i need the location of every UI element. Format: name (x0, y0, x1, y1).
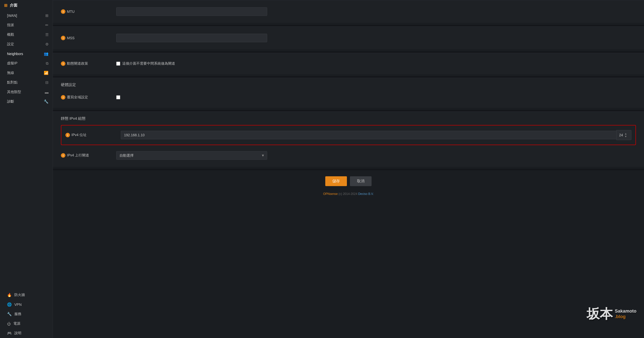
ipv4-address-info-icon[interactable]: i (65, 133, 70, 137)
dynamic-gateway-label: i 動態閘道政策 (61, 61, 116, 66)
ptp-icon: ⊟ (45, 80, 49, 85)
cancel-button[interactable]: 取消 (350, 176, 372, 186)
sidebar-item-diagnostics[interactable]: 診斷 🔧 (0, 97, 53, 106)
sidebar-item-power[interactable]: ⏻ 電源 (0, 319, 53, 328)
sidebar-item-firewall[interactable]: 🔥 防火牆 (0, 290, 53, 300)
static-ipv4-section: 靜態 IPv4 組態 i IPv4 位址 24 ▲▼ (53, 111, 644, 167)
ptp-label: 點對點 (7, 80, 18, 85)
mtu-label: i MTU (61, 9, 116, 14)
hardware-settings-title: 硬體設定 (61, 82, 636, 87)
dynamic-gateway-checkbox-label: 這個介面不需要中間系統做為閘道 (122, 61, 175, 66)
other-types-label: 其他類型 (7, 90, 21, 94)
ipv4-input-group: 24 ▲▼ (121, 130, 631, 140)
copy-icon: ⧉ (46, 61, 49, 66)
help-label: 說明 (12, 331, 49, 335)
override-label: i 覆寫全域設定 (61, 95, 116, 100)
mss-label: i MSS (61, 36, 116, 40)
dynamic-gateway-info-icon[interactable]: i (61, 61, 65, 66)
mtu-info-icon[interactable]: i (61, 9, 65, 14)
save-button[interactable]: 儲存 (325, 176, 347, 186)
power-icon: ⏻ (7, 322, 11, 326)
dynamic-gateway-section: i 動態閘道政策 這個介面不需要中間系統做為閘道 (53, 53, 644, 74)
neighbors-label: Neighbors (7, 52, 23, 56)
override-info-icon[interactable]: i (61, 95, 65, 100)
ipv4-address-input[interactable] (121, 131, 616, 139)
footer: OPNsense (c) 2014-2024 Deciso B.V. (53, 189, 644, 196)
hardware-settings-section: 硬體設定 i 覆寫全域設定 (53, 78, 644, 108)
override-row: i 覆寫全域設定 (61, 91, 636, 103)
mss-input[interactable] (116, 34, 267, 42)
sidebar-item-other-types[interactable]: 其他類型 ▬ (0, 87, 53, 97)
mtu-row: i MTU (61, 5, 636, 18)
diagnostics-label: 診斷 (7, 99, 14, 104)
neighbors-icon: 👥 (44, 52, 49, 56)
mss-section: i MSS (53, 26, 644, 49)
sidebar-item-settings[interactable]: 設定 ⚙ (0, 39, 53, 49)
ipv4-address-label: i IPv4 位址 (65, 133, 121, 137)
dynamic-gateway-checkbox[interactable] (116, 62, 120, 66)
list-icon: ☰ (45, 32, 49, 37)
ipv4-prefix-value: 24 (619, 133, 623, 137)
mss-info-icon[interactable]: i (61, 36, 65, 40)
fire-icon: 🔥 (7, 293, 12, 297)
wrench-icon: 🔧 (7, 312, 12, 316)
overview-label: 概觀 (7, 32, 14, 37)
mss-row: i MSS (61, 31, 636, 45)
globe-icon: 🌐 (7, 302, 12, 307)
static-ipv4-title: 靜態 IPv4 組態 (61, 116, 636, 121)
services-label: 服務 (12, 312, 49, 316)
firewall-label: 防火牆 (12, 293, 49, 297)
sidebar-item-help[interactable]: 🎮 說明 (0, 328, 53, 338)
ipv4-upstream-row: i IPv4 上行閘道 自動選擇 ▼ (61, 149, 636, 162)
ipv4-upstream-select-wrapper: 自動選擇 ▼ (116, 151, 267, 160)
button-row: 儲存 取消 (53, 170, 644, 189)
ipv4-upstream-select[interactable]: 自動選擇 (116, 151, 267, 160)
vpn-label: VPN (12, 303, 49, 307)
filter-icon: ▬ (45, 90, 49, 94)
override-checkbox-area (116, 95, 120, 99)
sidebar-item-virtual-ip[interactable]: 虛擬IP ⧉ (0, 59, 53, 68)
virtual-ip-label: 虛擬IP (7, 61, 17, 66)
sidebar-item-neighbors[interactable]: Neighbors 👥 (0, 49, 53, 59)
network-topology-icon: ⊞ (45, 13, 49, 18)
ipv4-address-row: i IPv4 位址 24 ▲▼ (65, 129, 631, 141)
diagnostic-icon: 🔧 (44, 99, 49, 104)
ipv4-upstream-info-icon[interactable]: i (61, 153, 65, 158)
assign-label: 指派 (7, 23, 14, 27)
sidebar-item-overview[interactable]: 概觀 ☰ (0, 30, 53, 39)
sidebar-section-interface[interactable]: ⊞ 介面 (0, 0, 53, 11)
opnsense-link[interactable]: OPNsense (323, 192, 338, 196)
sidebar: ⊞ 介面 [WAN] ⊞ 指派 ✏ 概觀 ☰ 設定 ⚙ Neighbors 👥 … (0, 0, 53, 338)
main-content: i MTU i MSS i 動態閘道政策 (53, 0, 644, 338)
gear-icon: ⚙ (45, 42, 49, 47)
dynamic-gateway-checkbox-area: 這個介面不需要中間系統做為閘道 (116, 61, 175, 66)
sidebar-item-services[interactable]: 🔧 服務 (0, 309, 53, 319)
edit-icon: ✏ (45, 23, 49, 27)
sidebar-item-wan[interactable]: [WAN] ⊞ (0, 11, 53, 20)
sidebar-section-label: 介面 (10, 3, 17, 8)
ipv4-address-highlighted-box: i IPv4 位址 24 ▲▼ (61, 125, 636, 145)
deciso-link: Deciso B.V. (358, 192, 374, 196)
wan-label: [WAN] (7, 14, 17, 18)
dynamic-gateway-row: i 動態閘道政策 這個介面不需要中間系統做為閘道 (61, 58, 636, 70)
settings-label: 設定 (7, 42, 14, 47)
mtu-section: i MTU (53, 0, 644, 23)
network-icon: ⊞ (4, 3, 7, 8)
help-icon: 🎮 (7, 331, 12, 335)
sidebar-item-wireless[interactable]: 無線 📶 (0, 68, 53, 78)
sidebar-item-assign[interactable]: 指派 ✏ (0, 20, 53, 30)
power-label: 電源 (11, 321, 49, 326)
wireless-label: 無線 (7, 71, 14, 75)
wifi-icon: 📶 (44, 71, 49, 75)
prefix-arrows[interactable]: ▲▼ (625, 132, 627, 138)
override-checkbox[interactable] (116, 95, 120, 99)
footer-copyright: (c) 2014-2024 (339, 192, 358, 196)
sidebar-item-point-to-point[interactable]: 點對點 ⊟ (0, 78, 53, 87)
mtu-input[interactable] (116, 7, 267, 16)
ipv4-prefix-box[interactable]: 24 ▲▼ (616, 130, 631, 140)
ipv4-upstream-label: i IPv4 上行閘道 (61, 153, 116, 158)
sidebar-item-vpn[interactable]: 🌐 VPN (0, 300, 53, 309)
